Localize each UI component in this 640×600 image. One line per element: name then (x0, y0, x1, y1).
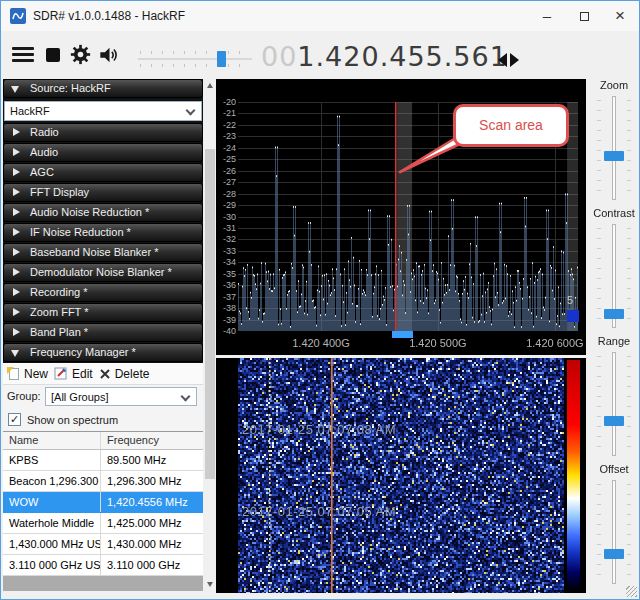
panel-audio[interactable]: Audio (3, 143, 203, 162)
app-logo-icon (10, 8, 26, 24)
y-tick-label: -35 (216, 269, 236, 279)
frequency-manager-content: New Edit Delete Group: [All Groups] (3, 363, 203, 591)
column-header-name[interactable]: Name (3, 432, 101, 449)
zoom-slider-thumb[interactable] (604, 151, 624, 161)
maximize-button[interactable] (566, 1, 602, 30)
table-row[interactable]: KPBS89.500 MHz (3, 450, 203, 471)
panel-band-plan[interactable]: Band Plan * (3, 323, 203, 342)
bandwidth-indicator[interactable] (392, 331, 413, 338)
y-tick-label: -21 (216, 108, 236, 118)
y-tick-label: -37 (216, 292, 236, 302)
volume-ticks (140, 64, 250, 67)
show-on-spectrum-row: ✓ Show on spectrum (3, 410, 203, 430)
step-right-icon[interactable] (510, 53, 519, 67)
frequency-table: Name Frequency KPBS89.500 MHz Beacon 1,2… (3, 431, 203, 591)
slider-ticks (627, 100, 631, 196)
chevron-right-icon (13, 248, 20, 256)
contrast-slider[interactable] (589, 224, 639, 328)
panel-frequency-manager[interactable]: Frequency Manager * (3, 343, 203, 362)
sidebar-scrollbar[interactable] (204, 79, 216, 591)
menu-button[interactable] (12, 47, 34, 63)
scrollbar-thumb[interactable] (205, 149, 215, 479)
group-select[interactable]: [All Groups] (45, 387, 197, 406)
resize-grip[interactable] (626, 586, 637, 597)
frequency-step-arrows[interactable] (498, 53, 522, 67)
table-row[interactable]: 1,430.000 MHz USB1,430.000 MHz (3, 534, 203, 555)
volume-thumb[interactable] (217, 51, 226, 67)
step-left-icon[interactable] (498, 53, 507, 67)
y-tick-label: -38 (216, 303, 236, 313)
frequency-display[interactable]: 001.420.455.561 (261, 41, 508, 72)
offset-slider-block: Offset (589, 463, 639, 591)
contrast-slider-thumb[interactable] (604, 309, 624, 319)
chevron-down-icon (186, 106, 196, 116)
range-slider-thumb[interactable] (604, 416, 624, 426)
panel-demodulator-noise-blanker[interactable]: Demodulator Noise Blanker * (3, 263, 203, 282)
chevron-down-icon (11, 350, 19, 357)
delete-button[interactable]: Delete (99, 367, 150, 381)
new-icon (7, 367, 20, 381)
panel-source[interactable]: Source: HackRF (3, 79, 203, 98)
minimize-button[interactable]: – (529, 1, 565, 30)
panel-zoom-fft[interactable]: Zoom FFT * (3, 303, 203, 322)
table-row[interactable]: Waterhole Middle1,425.000 MHz (3, 513, 203, 534)
chevron-down-icon (11, 86, 19, 93)
y-tick-label: -31 (216, 223, 236, 233)
panel-agc[interactable]: AGC (3, 163, 203, 182)
y-tick-label: -28 (216, 189, 236, 199)
range-slider[interactable] (589, 352, 639, 456)
zoom-slider[interactable] (589, 96, 639, 200)
sidebar: Source: HackRF HackRF Radio Audio AGC FF… (3, 79, 203, 591)
display-controls: Zoom Contrast Range Offset (589, 79, 639, 593)
squelch-marker-icon[interactable] (567, 310, 579, 322)
waterfall-timestamp: 2017-01-25 07:07:08 AM (242, 422, 396, 437)
y-tick-label: -33 (216, 246, 236, 256)
slider-groove (612, 480, 616, 584)
waterfall-canvas[interactable] (238, 358, 564, 593)
scroll-down-icon[interactable] (207, 582, 213, 587)
y-tick-label: -29 (216, 200, 236, 210)
y-tick-label: -20 (216, 97, 236, 107)
stop-button[interactable] (46, 48, 60, 62)
slider-ticks (597, 484, 601, 580)
contrast-label: Contrast (589, 207, 639, 219)
source-select[interactable]: HackRF (4, 101, 202, 121)
y-tick-label: -39 (216, 315, 236, 325)
table-row-selected[interactable]: WOW1,420.4556 MHz (3, 492, 203, 513)
slider-ticks (627, 484, 631, 580)
slider-ticks (597, 356, 601, 452)
close-button[interactable]: × (602, 1, 638, 30)
slider-ticks (627, 356, 631, 452)
offset-label: Offset (589, 463, 639, 475)
panel-baseband-noise-blanker[interactable]: Baseband Noise Blanker * (3, 243, 203, 262)
table-row[interactable]: Beacon 1,296.300 M...1,296.300 MHz (3, 471, 203, 492)
scroll-up-icon[interactable] (207, 83, 213, 88)
waterfall-panel[interactable]: 2017-01-25 07:07:08 AM 2017-01-25 07:07:… (216, 358, 586, 593)
new-button[interactable]: New (7, 367, 48, 381)
edit-button[interactable]: Edit (54, 367, 93, 381)
slider-ticks (597, 100, 601, 196)
panel-recording[interactable]: Recording * (3, 283, 203, 302)
speaker-icon[interactable] (98, 44, 121, 66)
offset-slider-thumb[interactable] (604, 549, 624, 559)
scan-area-callout: Scan area (453, 104, 569, 147)
frequency-digits[interactable]: 1.420.455.561 (297, 41, 508, 72)
panel-fft-display[interactable]: FFT Display (3, 183, 203, 202)
source-select-row: HackRF (3, 99, 203, 123)
volume-slider[interactable] (134, 51, 256, 67)
table-row[interactable]: 3.110 000 GHz USB3.110 000 GHz (3, 555, 203, 576)
panel-if-noise-reduction[interactable]: IF Noise Reduction * (3, 223, 203, 242)
show-on-spectrum-checkbox[interactable]: ✓ (8, 413, 21, 426)
panel-audio-noise-reduction[interactable]: Audio Noise Reduction * (3, 203, 203, 222)
spectrum-panel[interactable]: -20-21-22-23-24-25-26-27-28-29-30-31-32-… (216, 79, 586, 355)
panel-radio[interactable]: Radio (3, 123, 203, 142)
table-header-row[interactable]: Name Frequency (3, 432, 203, 450)
offset-slider[interactable] (589, 480, 639, 584)
column-header-frequency[interactable]: Frequency (101, 432, 203, 449)
y-tick-label: -25 (216, 154, 236, 164)
x-tick-label: 1.420 600G (515, 337, 595, 349)
settings-gear-icon[interactable] (70, 44, 91, 65)
show-on-spectrum-label: Show on spectrum (27, 414, 118, 426)
y-tick-label: -36 (216, 280, 236, 290)
waterfall-timestamp: 2017-01-25 07:07:05 AM (242, 504, 396, 519)
